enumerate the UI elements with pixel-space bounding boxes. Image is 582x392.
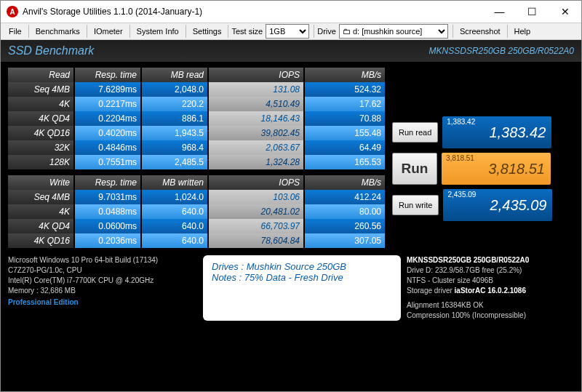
table-row: 4K QD160.2036ms640.078,604.84307.05 bbox=[8, 233, 385, 248]
app-window: A Anvil's Storage Utilities 1.1.0 (2014-… bbox=[0, 0, 582, 392]
row-name: Seq 4MB bbox=[8, 82, 73, 97]
row-name: 4K QD16 bbox=[8, 233, 73, 248]
sysinfo-memory: Memory : 32,686 MB bbox=[8, 286, 197, 296]
row-name: 4K bbox=[8, 204, 73, 219]
drive-select[interactable]: 🗀 d: [mushkin source] bbox=[339, 24, 448, 39]
row-mbs: 17.62 bbox=[305, 97, 385, 111]
write-score-small: 2,435.09 bbox=[447, 191, 476, 199]
menu-system-info[interactable]: System Info bbox=[132, 25, 184, 38]
run-button[interactable]: Run bbox=[392, 153, 437, 185]
menu-settings[interactable]: Settings bbox=[188, 25, 227, 38]
menu-screenshot[interactable]: Screenshot bbox=[455, 25, 506, 38]
write-col-resp: Resp. time bbox=[75, 175, 140, 190]
row-mb: 640.0 bbox=[142, 219, 207, 233]
write-score: 2,435.09 bbox=[490, 197, 547, 214]
table-row: 4K0.2217ms220.24,510.4917.62 bbox=[8, 97, 385, 111]
row-name: 4K bbox=[8, 97, 73, 111]
row-name: 4K QD4 bbox=[8, 111, 73, 126]
titlebar: A Anvil's Storage Utilities 1.1.0 (2014-… bbox=[1, 1, 581, 23]
row-mbs: 70.88 bbox=[305, 111, 385, 126]
notes-text: Notes : 75% Data - Fresh Drive bbox=[212, 272, 392, 283]
row-name: 4K QD16 bbox=[8, 126, 73, 140]
maximize-button[interactable]: ☐ bbox=[516, 1, 549, 23]
notes-panel[interactable]: Drives : Mushkin Source 250GB Notes : 75… bbox=[203, 255, 401, 321]
row-iops: 103.06 bbox=[209, 190, 303, 204]
benchmark-tables: Read Resp. time MB read IOPS MB/s Seq 4M… bbox=[8, 68, 385, 248]
drive-fs: NTFS - Cluster size 4096B bbox=[407, 276, 574, 286]
menu-iometer[interactable]: IOmeter bbox=[89, 25, 128, 38]
row-iops: 39,802.45 bbox=[209, 126, 303, 140]
row-mbs: 524.32 bbox=[305, 82, 385, 97]
write-header-label: Write bbox=[8, 175, 73, 190]
header-title: SSD Benchmark bbox=[8, 44, 94, 57]
row-mbs: 412.24 bbox=[305, 190, 385, 204]
row-mbs: 165.53 bbox=[305, 155, 385, 169]
side-panel: Run read 1,383.42 1,383.42 Run 3,818.51 … bbox=[392, 68, 574, 248]
write-col-mbs: MB/s bbox=[305, 175, 385, 190]
content-area: Read Resp. time MB read IOPS MB/s Seq 4M… bbox=[1, 62, 581, 391]
row-resp: 7.6289ms bbox=[75, 82, 140, 97]
test-size-label: Test size bbox=[231, 27, 263, 36]
footer: Microsoft Windows 10 Pro 64-bit Build (1… bbox=[8, 255, 574, 321]
row-mb: 1,024.0 bbox=[142, 190, 207, 204]
total-score-box: 3,818.51 3,818.51 bbox=[442, 153, 551, 185]
sysinfo-board: C7Z270-PG/1.0c, CPU bbox=[8, 265, 197, 276]
window-title: Anvil's Storage Utilities 1.1.0 (2014-Ja… bbox=[23, 7, 483, 17]
row-mb: 2,485.5 bbox=[142, 155, 207, 169]
row-mbs: 155.48 bbox=[305, 126, 385, 140]
write-col-iops: IOPS bbox=[209, 175, 303, 190]
row-resp: 9.7031ms bbox=[75, 190, 140, 204]
row-mb: 640.0 bbox=[142, 204, 207, 219]
write-table: Write Resp. time MB written IOPS MB/s Se… bbox=[8, 175, 385, 248]
test-size-select[interactable]: 1GB bbox=[266, 24, 309, 39]
row-iops: 131.08 bbox=[209, 82, 303, 97]
drive-info-panel: MKNSSDSR250GB 250GB/R0522A0 Drive D: 232… bbox=[407, 255, 574, 321]
row-resp: 0.2204ms bbox=[75, 111, 140, 126]
row-name: 32K bbox=[8, 140, 73, 155]
menubar: File Benchmarks IOmeter System Info Sett… bbox=[1, 23, 581, 40]
close-button[interactable]: ✕ bbox=[549, 1, 581, 23]
table-row: 4K0.0488ms640.020,481.0280.00 bbox=[8, 204, 385, 219]
row-resp: 0.7551ms bbox=[75, 155, 140, 169]
table-row: 4K QD40.2204ms886.118,146.4370.88 bbox=[8, 111, 385, 126]
read-col-mbs: MB/s bbox=[305, 68, 385, 82]
row-name: Seq 4MB bbox=[8, 190, 73, 204]
run-read-button[interactable]: Run read bbox=[392, 122, 438, 143]
table-row: Seq 4MB7.6289ms2,048.0131.08524.32 bbox=[8, 82, 385, 97]
row-resp: 0.2036ms bbox=[75, 233, 140, 248]
table-row: 128K0.7551ms2,485.51,324.28165.53 bbox=[8, 155, 385, 169]
row-iops: 1,324.28 bbox=[209, 155, 303, 169]
row-resp: 0.0488ms bbox=[75, 204, 140, 219]
read-table: Read Resp. time MB read IOPS MB/s Seq 4M… bbox=[8, 68, 385, 169]
drive-compression: Compression 100% (Incompressible) bbox=[407, 311, 574, 321]
drive-size: Drive D: 232.9/58.7GB free (25.2%) bbox=[407, 265, 574, 276]
row-mbs: 307.05 bbox=[305, 233, 385, 248]
read-col-resp: Resp. time bbox=[75, 68, 140, 82]
menu-benchmarks[interactable]: Benchmarks bbox=[31, 25, 85, 38]
run-write-button[interactable]: Run write bbox=[392, 195, 439, 215]
row-iops: 20,481.02 bbox=[209, 204, 303, 219]
write-col-mb: MB written bbox=[142, 175, 207, 190]
minimize-button[interactable]: — bbox=[483, 1, 516, 23]
row-mb: 886.1 bbox=[142, 111, 207, 126]
row-mb: 640.0 bbox=[142, 233, 207, 248]
drive-driver: Storage driver iaStorAC 16.0.2.1086 bbox=[407, 286, 574, 296]
row-name: 128K bbox=[8, 155, 73, 169]
row-iops: 4,510.49 bbox=[209, 97, 303, 111]
total-score: 3,818.51 bbox=[488, 161, 545, 177]
row-iops: 2,063.67 bbox=[209, 140, 303, 155]
drive-alignment: Alignment 16384KB OK bbox=[407, 300, 574, 311]
drive-model: MKNSSDSR250GB 250GB/R0522A0 bbox=[407, 255, 574, 265]
row-mbs: 260.56 bbox=[305, 219, 385, 233]
row-resp: 0.2217ms bbox=[75, 97, 140, 111]
header-bar: SSD Benchmark MKNSSDSR250GB 250GB/R0522A… bbox=[1, 40, 581, 62]
table-row: 32K0.4846ms968.42,063.6764.49 bbox=[8, 140, 385, 155]
row-mbs: 64.49 bbox=[305, 140, 385, 155]
read-col-mb: MB read bbox=[142, 68, 207, 82]
menu-file[interactable]: File bbox=[4, 25, 27, 38]
menu-help[interactable]: Help bbox=[509, 25, 536, 38]
read-score-small: 1,383.42 bbox=[447, 118, 475, 126]
drive-label: Drive bbox=[317, 27, 336, 36]
row-mb: 220.2 bbox=[142, 97, 207, 111]
row-mbs: 80.00 bbox=[305, 204, 385, 219]
